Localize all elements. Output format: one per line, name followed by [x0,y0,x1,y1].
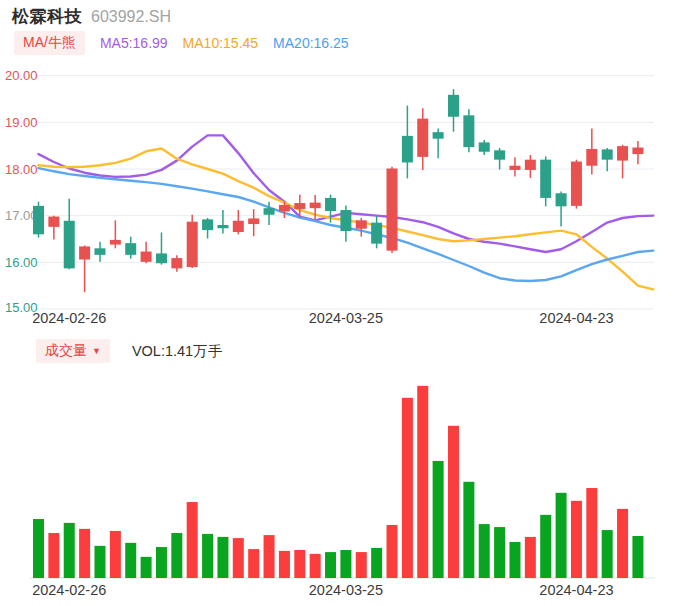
volume-value-label: VOL:1.41万手 [132,342,222,361]
candle-body [371,223,382,244]
volume-bar [617,509,628,578]
candle-body [171,258,182,268]
volume-bar [494,527,505,578]
volume-bar [141,557,152,578]
volume-bar [402,398,413,578]
x-axis-label: 2024-03-25 [309,582,383,598]
volume-selector-label: 成交量 [45,342,87,360]
ma20-legend-value: MA20:16.25 [273,35,349,51]
volume-bar [79,529,90,578]
candle-body [110,240,121,245]
candle-body [463,115,474,147]
candle-body [525,160,536,170]
candle-body [540,160,551,198]
volume-bar [94,546,105,578]
candle-body [494,150,505,159]
volume-bar [33,519,44,578]
volume-bar [340,550,351,578]
candle-body [509,166,520,170]
candle-body [340,210,351,231]
y-axis-label: 19.00 [5,115,38,130]
volume-bar [187,502,198,578]
candle-body [433,132,444,139]
x-axis-label: 2024-04-23 [539,310,613,326]
ma10-legend-value: MA10:15.45 [183,35,259,51]
volume-x-axis: 2024-02-262024-03-252024-04-23 [0,582,686,602]
price-legend-row: MA/牛熊 MA5:16.99 MA10:15.45 MA20:16.25 [14,31,349,55]
volume-bar [556,493,567,578]
volume-bar [602,530,613,578]
volume-bar [171,533,182,578]
x-axis-label: 2024-02-26 [32,582,106,598]
candle-body [356,220,367,228]
volume-bar [202,534,213,578]
x-axis-label: 2024-03-25 [309,310,383,326]
volume-bar [387,525,398,578]
candle-body [417,119,428,157]
volume-bar [586,488,597,578]
y-axis-label: 17.00 [5,208,38,223]
chevron-down-icon: ▼ [92,346,101,356]
candle-body [33,206,44,234]
candle-body [233,221,244,232]
y-axis-label: 20.00 [5,68,38,83]
candle-body [402,136,413,163]
candle-body [264,208,275,215]
volume-bar [433,461,444,578]
candle-body [602,149,613,159]
volume-bar [48,533,59,578]
candle-body [310,203,321,209]
candle-body [479,142,490,151]
y-axis-label: 18.00 [5,162,38,177]
volume-bar [248,549,259,578]
volume-bar [310,554,321,578]
volume-bar [356,552,367,578]
volume-bar [279,551,290,578]
volume-bar [217,537,228,578]
volume-bar [233,538,244,578]
candle-body [325,198,336,211]
volume-bar [632,536,643,578]
header: 松霖科技 603992.SH [12,5,171,28]
candle-body [94,248,105,255]
candle-body [202,219,213,230]
candle-body [632,148,643,155]
volume-selector-button[interactable]: 成交量 ▼ [36,339,110,363]
volume-legend-row: 成交量 ▼ VOL:1.41万手 [36,339,222,363]
candle-body [556,193,567,206]
candle-body [571,162,582,206]
candle-body [586,149,597,166]
volume-bar [525,537,536,578]
price-candlestick-chart[interactable]: 20.0019.0018.0017.0016.0015.00 [0,58,686,314]
stock-chart-page: 松霖科技 603992.SH MA/牛熊 MA5:16.99 MA10:15.4… [0,0,686,606]
candle-body [617,146,628,160]
volume-bar [125,543,136,578]
indicator-selector-button[interactable]: MA/牛熊 [14,31,85,55]
volume-bar [64,523,75,578]
candle-body [48,217,59,227]
ma5-legend-value: MA5:16.99 [100,35,168,51]
candle-body [387,169,398,251]
candle-body [156,253,167,263]
candle-body [141,252,152,262]
candle-body [187,222,198,267]
volume-bar [110,531,121,578]
price-x-axis: 2024-02-262024-03-252024-04-23 [0,310,686,330]
x-axis-label: 2024-04-23 [539,582,613,598]
stock-code: 603992.SH [91,8,171,26]
volume-bar-chart[interactable] [0,370,686,582]
y-axis-label: 16.00 [5,255,38,270]
volume-bar [371,548,382,578]
volume-bar [463,482,474,578]
volume-bar [294,550,305,578]
volume-bar [325,552,336,578]
candle-body [125,243,136,255]
volume-bar [540,515,551,578]
candle-body [294,203,305,209]
candle-body [448,95,459,117]
candle-body [279,205,290,212]
stock-name: 松霖科技 [12,5,82,28]
candle-body [248,218,259,224]
volume-bar [448,426,459,578]
volume-bar [479,524,490,578]
